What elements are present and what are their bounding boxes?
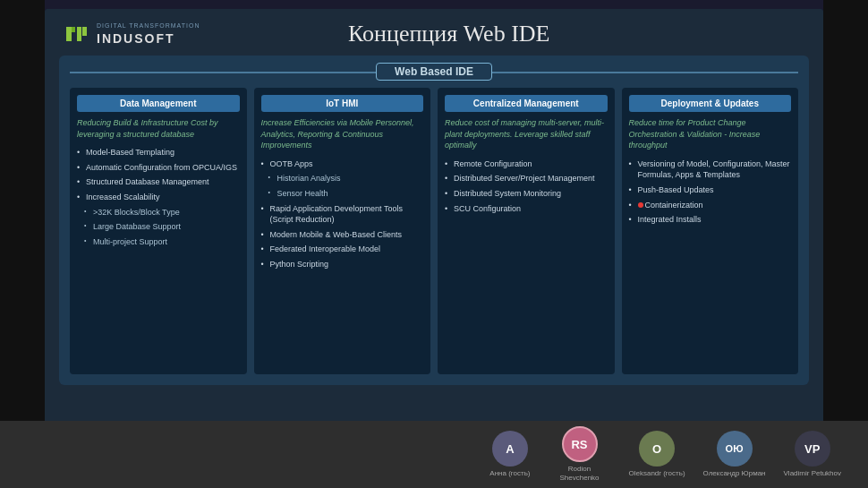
svg-rect-4 bbox=[82, 27, 87, 36]
participants-bar: A Анна (гость) RS Rodion Shevchenko O Ol… bbox=[0, 421, 868, 488]
slide-area: DIGITAL TRANSFORMATION INDUSOFT Концепци… bbox=[45, 9, 823, 448]
slide-title: Концепция Web IDE bbox=[217, 21, 680, 47]
red-dot-indicator bbox=[638, 202, 643, 208]
participant-name-rodion: Rodion Shevchenko bbox=[549, 465, 611, 482]
web-ide-banner: Web Based IDE bbox=[70, 63, 798, 81]
list-item: Remote Configuration bbox=[445, 158, 608, 170]
col-deployment-updates: Deployment & Updates Reduce time for Pro… bbox=[622, 88, 799, 374]
list-item: Federated Interoperable Model bbox=[261, 244, 424, 255]
list-item: Sensor Health bbox=[261, 188, 424, 200]
list-item: Large Database Support bbox=[77, 221, 240, 233]
list-item: Automatic Configuration from OPCUA/IGS bbox=[77, 162, 240, 174]
col-data-management-list: Model-Based Templating Automatic Configu… bbox=[77, 147, 240, 247]
col-centralized-management-list: Remote Configuration Distributed Server/… bbox=[445, 158, 608, 214]
participant-oleksandr-yurman[interactable]: OЮ Олександр Юрман bbox=[703, 431, 766, 478]
participant-rodion[interactable]: RS Rodion Shevchenko bbox=[549, 426, 611, 482]
col-data-management-subtitle: Reducing Build & Infrastructure Cost by … bbox=[77, 117, 240, 140]
avatar-vladimir: VP bbox=[795, 431, 830, 467]
list-item: OOTB Apps bbox=[261, 158, 424, 170]
col-iot-hmi-subtitle: Increase Efficiencies via Mobile Personn… bbox=[261, 117, 424, 151]
list-item: Containerization bbox=[629, 200, 792, 211]
list-item: SCU Configuration bbox=[445, 203, 608, 215]
list-item: Structured Database Management bbox=[77, 176, 240, 188]
list-item: Distributed Server/Project Management bbox=[445, 173, 608, 184]
list-item: Integrated Installs bbox=[629, 214, 792, 226]
participant-vladimir[interactable]: VP Vladimir Petukhov bbox=[784, 431, 841, 478]
logo-area: DIGITAL TRANSFORMATION INDUSOFT bbox=[63, 20, 200, 48]
col-centralized-management-subtitle: Reduce cost of managing multi-server, mu… bbox=[445, 117, 608, 151]
col-iot-hmi: IoT HMI Increase Efficiencies via Mobile… bbox=[254, 88, 431, 374]
company-name: INDUSOFT bbox=[97, 31, 175, 46]
col-centralized-management-header: Centralized Management bbox=[445, 95, 608, 112]
avatar-oleksandr-guest: O bbox=[639, 431, 675, 467]
list-item: Multi-project Support bbox=[77, 236, 240, 248]
list-item: Rapid Application Development Tools (Scr… bbox=[261, 203, 424, 226]
list-item: Increased Scalability bbox=[77, 192, 240, 203]
digital-transform-label: DIGITAL TRANSFORMATION bbox=[97, 22, 200, 29]
col-iot-hmi-list: OOTB Apps Historian Analysis Sensor Heal… bbox=[261, 158, 424, 270]
right-panel bbox=[823, 0, 868, 488]
col-data-management: Data Management Reducing Build & Infrast… bbox=[70, 88, 247, 374]
participant-oleksandr-guest[interactable]: O Oleksandr (гость) bbox=[629, 431, 685, 478]
col-deployment-updates-subtitle: Reduce time for Product Change Orchestra… bbox=[629, 117, 792, 151]
avatar-anna: A bbox=[492, 431, 528, 467]
slide-header: DIGITAL TRANSFORMATION INDUSOFT Концепци… bbox=[45, 9, 823, 56]
avatar-rodion: RS bbox=[562, 426, 598, 462]
logo-text-block: DIGITAL TRANSFORMATION INDUSOFT bbox=[97, 22, 200, 47]
list-item: >32K Blocks/Block Type bbox=[77, 207, 240, 218]
list-item: Model-Based Templating bbox=[77, 147, 240, 158]
col-deployment-updates-list: Versioning of Model, Configuration, Mast… bbox=[629, 158, 792, 226]
col-data-management-header: Data Management bbox=[77, 95, 240, 112]
participant-name-anna: Анна (гость) bbox=[489, 469, 530, 478]
list-item: Distributed System Monitoring bbox=[445, 188, 608, 200]
svg-marker-2 bbox=[72, 27, 75, 32]
list-item: Python Scripting bbox=[261, 259, 424, 270]
list-item: Modern Mobile & Web-Based Clients bbox=[261, 229, 424, 241]
list-item: Historian Analysis bbox=[261, 173, 424, 184]
avatar-oleksandr-yurman: OЮ bbox=[717, 431, 753, 467]
svg-rect-3 bbox=[77, 27, 81, 41]
participant-anna[interactable]: A Анна (гость) bbox=[489, 431, 530, 478]
list-item: Versioning of Model, Configuration, Mast… bbox=[629, 158, 792, 181]
indusoft-logo-icon bbox=[63, 20, 91, 48]
content-box: Web Based IDE Data Management Reducing B… bbox=[59, 56, 809, 385]
web-ide-banner-text: Web Based IDE bbox=[376, 63, 492, 81]
columns-grid: Data Management Reducing Build & Infrast… bbox=[70, 88, 798, 374]
list-item: Push-Based Updates bbox=[629, 184, 792, 196]
participant-name-oleksandr-yurman: Олександр Юрман bbox=[703, 469, 766, 478]
col-centralized-management: Centralized Management Reduce cost of ma… bbox=[438, 88, 615, 374]
col-iot-hmi-header: IoT HMI bbox=[261, 95, 424, 112]
col-deployment-updates-header: Deployment & Updates bbox=[629, 95, 792, 112]
participant-name-vladimir: Vladimir Petukhov bbox=[784, 469, 841, 478]
left-panel bbox=[0, 0, 45, 488]
participant-name-oleksandr-guest: Oleksandr (гость) bbox=[629, 469, 685, 478]
